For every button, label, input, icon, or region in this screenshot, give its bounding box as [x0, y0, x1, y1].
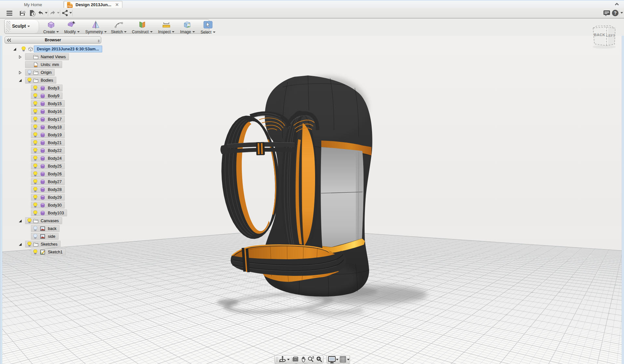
svg-text:LEFT: LEFT	[606, 34, 615, 38]
svg-text:BACK: BACK	[594, 33, 605, 37]
svg-text:?: ?	[614, 10, 617, 16]
